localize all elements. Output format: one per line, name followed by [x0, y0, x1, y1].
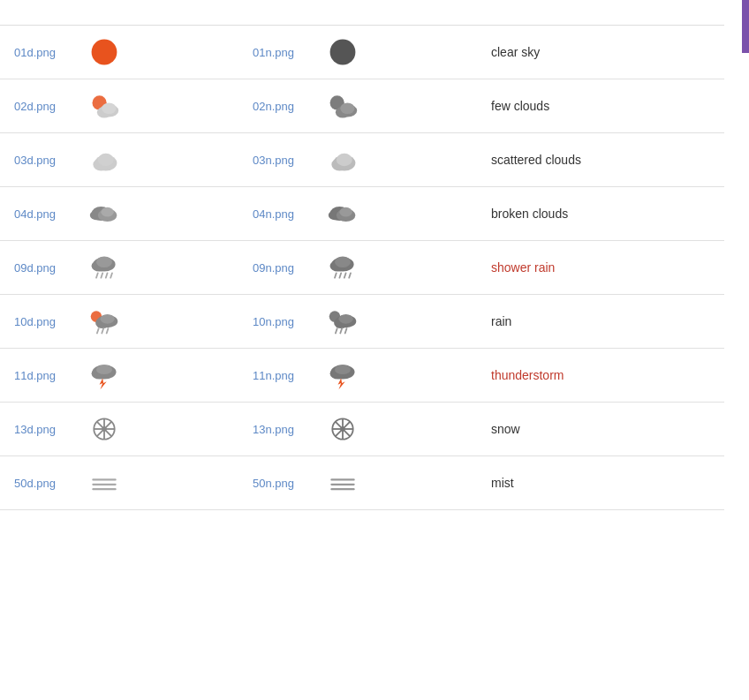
table-row: 50d.png 50n.png mist — [0, 456, 724, 510]
day-filename-0: 01d.png — [14, 46, 76, 59]
day-cell-8: 50d.png — [0, 456, 238, 510]
night-icon-1 — [327, 90, 359, 122]
svg-point-0 — [92, 40, 117, 65]
svg-line-36 — [344, 273, 346, 277]
description-text-3: broken clouds — [491, 207, 568, 221]
day-cell-6: 11d.png — [0, 349, 238, 403]
night-filename-7: 13n.png — [253, 423, 314, 436]
night-filename-3: 04n.png — [253, 207, 314, 221]
night-cell-4: 09n.png — [238, 241, 477, 295]
purple-scrollbar[interactable] — [742, 0, 749, 53]
description-text-6: thunderstorm — [491, 368, 564, 382]
night-cell-5: 10n.png — [238, 295, 477, 349]
svg-point-19 — [101, 207, 113, 217]
day-icon-7 — [88, 413, 120, 445]
day-cell-3: 04d.png — [0, 187, 238, 241]
svg-point-5 — [102, 102, 116, 114]
page-wrapper: 01d.png 01n.png clear sky 02d.png — [0, 0, 749, 700]
svg-line-51 — [345, 328, 347, 333]
svg-line-34 — [335, 273, 337, 277]
table-row: 11d.png 11n.png thunderstorm — [0, 349, 724, 403]
header-description — [477, 0, 724, 26]
description-text-1: few clouds — [491, 99, 549, 113]
svg-line-42 — [97, 328, 99, 333]
night-icon-8 — [327, 467, 359, 499]
svg-line-29 — [106, 273, 108, 277]
svg-line-49 — [336, 328, 337, 333]
day-filename-3: 04d.png — [14, 207, 76, 221]
table-row: 10d.png 10n.png — [0, 295, 724, 349]
night-cell-8: 50n.png — [238, 456, 477, 510]
day-icon-6 — [88, 359, 120, 391]
description-cell-3: broken clouds — [477, 187, 724, 241]
svg-marker-59 — [338, 379, 345, 390]
day-cell-7: 13d.png — [0, 403, 238, 456]
description-cell-1: few clouds — [477, 79, 724, 133]
svg-line-44 — [107, 328, 109, 333]
day-icon-2 — [88, 144, 120, 176]
description-cell-6: thunderstorm — [477, 349, 724, 403]
svg-point-65 — [102, 426, 106, 431]
table-row: 03d.png 03n.png scattered clouds — [0, 133, 724, 187]
svg-point-1 — [330, 40, 356, 65]
day-filename-5: 10d.png — [14, 315, 76, 328]
day-cell-5: 10d.png — [0, 295, 238, 349]
header-night — [238, 0, 477, 26]
description-text-0: clear sky — [491, 45, 540, 59]
night-filename-4: 09n.png — [253, 261, 314, 275]
day-filename-1: 02d.png — [14, 100, 76, 113]
day-filename-4: 09d.png — [14, 261, 76, 275]
svg-line-37 — [349, 273, 351, 277]
svg-line-43 — [102, 328, 103, 333]
description-text-8: mist — [491, 476, 514, 490]
night-filename-0: 01n.png — [253, 46, 314, 59]
day-filename-6: 11d.png — [14, 369, 76, 382]
description-text-7: snow — [491, 422, 520, 436]
night-icon-3 — [327, 198, 359, 230]
svg-line-27 — [96, 273, 98, 277]
svg-point-54 — [96, 365, 112, 374]
svg-point-9 — [340, 102, 354, 114]
table-row: 01d.png 01n.png clear sky — [0, 26, 724, 79]
night-icon-4 — [327, 252, 359, 283]
description-cell-2: scattered clouds — [477, 133, 724, 187]
svg-point-26 — [96, 256, 112, 267]
night-cell-6: 11n.png — [238, 349, 477, 403]
night-filename-1: 02n.png — [253, 100, 314, 113]
day-icon-4 — [88, 252, 120, 283]
day-icon-1 — [88, 90, 120, 122]
svg-point-33 — [335, 256, 351, 267]
night-icon-5 — [327, 305, 359, 337]
night-icon-6 — [327, 359, 359, 391]
night-icon-0 — [327, 36, 359, 68]
svg-line-50 — [340, 328, 342, 333]
description-cell-8: mist — [477, 456, 724, 510]
svg-point-71 — [340, 426, 344, 431]
table-row: 02d.png 02n.png few clouds — [0, 79, 724, 133]
day-cell-1: 02d.png — [0, 79, 238, 133]
description-cell-5: rain — [477, 295, 724, 349]
day-filename-7: 13d.png — [14, 423, 76, 436]
svg-line-35 — [339, 273, 341, 277]
day-icon-3 — [88, 198, 120, 230]
night-filename-6: 11n.png — [253, 369, 314, 382]
svg-point-15 — [337, 154, 352, 166]
description-cell-0: clear sky — [477, 26, 724, 79]
day-icon-5 — [88, 305, 120, 337]
night-filename-5: 10n.png — [253, 315, 314, 328]
day-filename-8: 50d.png — [14, 477, 76, 490]
day-icon-8 — [88, 467, 120, 499]
description-text-5: rain — [491, 314, 511, 328]
svg-point-41 — [101, 314, 115, 324]
description-text-4: shower rain — [491, 260, 555, 275]
night-icon-2 — [327, 144, 359, 176]
description-cell-4: shower rain — [477, 241, 724, 295]
svg-point-58 — [335, 365, 351, 374]
header-day — [0, 0, 238, 26]
night-cell-3: 04n.png — [238, 187, 477, 241]
description-cell-7: snow — [477, 403, 724, 456]
night-cell-2: 03n.png — [238, 133, 477, 187]
svg-point-23 — [339, 207, 352, 217]
day-cell-2: 03d.png — [0, 133, 238, 187]
table-row: 04d.png 04n.png broken clouds — [0, 187, 724, 241]
